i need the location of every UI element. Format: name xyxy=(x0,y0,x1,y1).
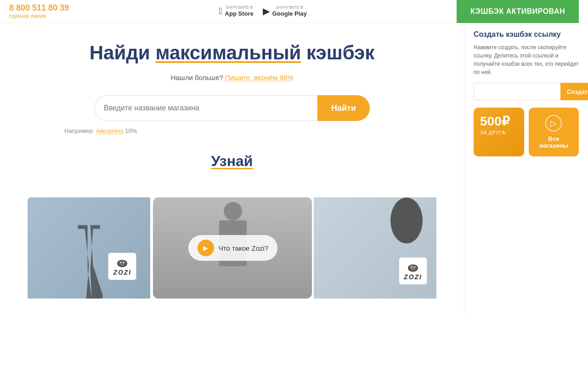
svg-point-11 xyxy=(411,267,413,268)
referral-amount: 500₽ xyxy=(480,115,510,128)
svg-point-13 xyxy=(412,269,414,270)
create-link-button[interactable]: Создать xyxy=(560,83,588,100)
cashback-activated-button[interactable]: КЭШБЭК АКТИВИРОВАН xyxy=(457,0,579,23)
all-stores-card[interactable]: ▷ Все магазины xyxy=(529,108,579,156)
hero-title: Найди максимальный кэшбэк xyxy=(90,41,375,64)
zozi-hamster-icon-3 xyxy=(406,261,420,272)
stores-label: Все магазины xyxy=(535,135,573,149)
right-sidebar: Создать кэшбэк ссылку Нажмите создать, п… xyxy=(464,23,588,317)
google-play-sub: ЗАГРУЗИТЕ В xyxy=(272,5,307,10)
search-input[interactable] xyxy=(94,95,317,121)
arrow-icon: ▷ xyxy=(545,115,562,132)
header: 8 800 511 80 39 горячая линия  ЗАГРУЗИТ… xyxy=(0,0,588,23)
play-button-area[interactable]: ▶ Что такое Zozi? xyxy=(188,235,278,261)
play-icon: ▶ xyxy=(198,240,214,256)
zozi-bag-card-1: ZOZI xyxy=(108,253,136,280)
main-content: Найди максимальный кэшбэк Нашли больше? … xyxy=(0,23,588,317)
uzhai-title: Узнай xyxy=(211,153,253,170)
center-content: Найди максимальный кэшбэк Нашли больше? … xyxy=(0,23,464,317)
svg-point-5 xyxy=(123,262,124,264)
subtitle-link[interactable]: Пишите, вернём 98% xyxy=(225,74,294,81)
search-hint: Например: Aliexpress 10% xyxy=(64,127,137,134)
cashback-link-input[interactable] xyxy=(474,83,560,100)
search-area: Найти xyxy=(94,95,370,121)
app-store-name: App Store xyxy=(225,10,254,17)
svg-point-12 xyxy=(414,267,415,268)
video-card-2: ▶ Что такое Zozi? xyxy=(152,197,311,299)
cashback-link-title: Создать кэшбэк ссылку xyxy=(474,30,579,39)
google-play-name: Google Play xyxy=(272,10,307,17)
hero-subtitle: Нашли больше? Пишите, вернём 98% xyxy=(170,74,293,81)
video-cards: ZOZI xyxy=(28,197,436,299)
cashback-link-desc: Нажмите создать, после скопируйте ссылку… xyxy=(474,43,579,76)
search-button[interactable]: Найти xyxy=(317,95,370,121)
header-left: 8 800 511 80 39 горячая линия xyxy=(9,3,69,19)
video-card-3: ZOZI xyxy=(314,197,436,299)
referral-card: 500₽ ЗА ДРУГА xyxy=(474,108,524,156)
apple-icon:  xyxy=(219,6,222,17)
google-play-icon: ▶ xyxy=(263,6,270,17)
zozi-bag-card-3: ZOZI xyxy=(399,257,427,285)
app-store-sub: ЗАГРУЗИТЕ В xyxy=(225,5,254,10)
svg-point-6 xyxy=(121,264,124,265)
phone-number[interactable]: 8 800 511 80 39 xyxy=(9,3,69,13)
app-store-button[interactable]:  ЗАГРУЗИТЕ В App Store xyxy=(219,5,253,17)
sidebar-cards: 500₽ ЗА ДРУГА ▷ Все магазины xyxy=(474,108,579,156)
video-label: Что такое Zozi? xyxy=(219,244,269,252)
svg-point-4 xyxy=(120,262,122,264)
phone-label: горячая линия xyxy=(9,13,69,19)
header-center:  ЗАГРУЗИТЕ В App Store ▶ ЗАГРУЗИТЕ В Go… xyxy=(219,5,307,17)
zozi-hamster-icon xyxy=(115,257,129,268)
video-card-1: ZOZI xyxy=(28,197,150,299)
google-play-button[interactable]: ▶ ЗАГРУЗИТЕ В Google Play xyxy=(263,5,307,17)
referral-label: ЗА ДРУГА xyxy=(480,130,505,135)
uzhai-section: Узнай xyxy=(28,134,436,299)
hint-link[interactable]: Aliexpress xyxy=(96,127,124,134)
cashback-link-form: Создать xyxy=(474,83,579,100)
